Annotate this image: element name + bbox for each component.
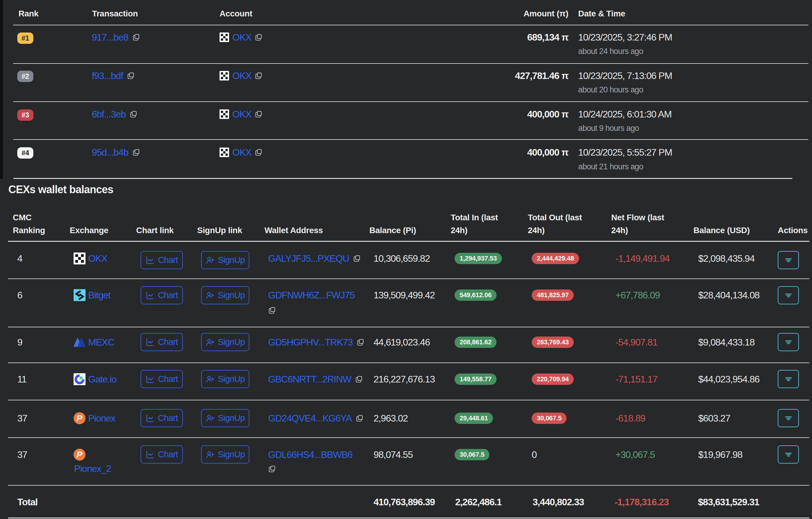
svg-text:P: P — [77, 449, 83, 459]
svg-text:P: P — [77, 413, 83, 423]
